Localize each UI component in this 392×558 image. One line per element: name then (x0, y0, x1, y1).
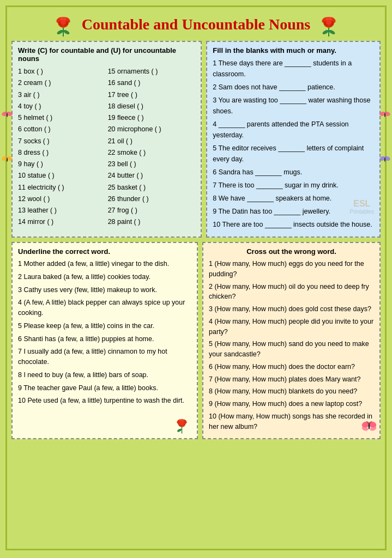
list-item: 21 oil ( ) (108, 136, 196, 147)
list-item: 5 helmet ( ) (18, 112, 106, 124)
sentence: 10 There are too _______ insects outside… (213, 219, 374, 230)
svg-point-8 (56, 29, 63, 35)
svg-point-18 (322, 29, 329, 35)
butterfly-right-icon (379, 109, 391, 121)
svg-point-42 (384, 113, 385, 117)
sentence: 4 (How many, How much) people did you in… (209, 317, 374, 337)
sentence: 1 Mother added (a few, a little) vinegar… (18, 259, 191, 269)
list-item: 20 microphone ( ) (108, 124, 196, 135)
side-deco-left (1, 109, 13, 166)
bottom-sections: Underline the correct word. 1 Mother add… (11, 242, 381, 439)
list-item: 7 socks ( ) (18, 136, 106, 147)
section2-instruction: Fill in the blanks with much or many. (213, 46, 374, 54)
section1-list: 1 box ( ) 2 cream ( ) 3 air ( ) 4 toy ( … (18, 66, 195, 228)
sentence: 9 (How many, How much) does a new laptop… (209, 399, 374, 409)
list-item: 22 smoke ( ) (108, 147, 196, 159)
section4-sentences: 1 (How many, How much) eggs do you need … (209, 259, 374, 432)
svg-point-26 (177, 428, 182, 433)
list-item: 6 cotton ( ) (18, 124, 106, 135)
sentence: 6 Sandra has _______ mugs. (213, 167, 374, 178)
list-item: 26 thunder ( ) (108, 193, 196, 205)
svg-point-9 (63, 29, 70, 35)
sentence: 1 These days there are _______ students … (213, 58, 374, 80)
sentence: 3 You are wasting too _______ water wash… (213, 95, 374, 117)
sentence: 2 Sam does not have _______ patience. (213, 82, 374, 93)
svg-point-31 (369, 423, 370, 429)
butterfly-left-icon (1, 109, 13, 121)
list-item: 2 cream ( ) (18, 77, 106, 89)
sentence: 3 Cathy uses very (few, little) makeup t… (18, 285, 191, 295)
sentence: 6 Shanti has (a few, a little) puppies a… (18, 334, 191, 344)
sentence: 9 The teacher gave Paul (a few, a little… (18, 383, 191, 393)
butterfly-left-icon2 (1, 154, 13, 166)
sentence: 6 (How many, How much) does the doctor e… (209, 362, 374, 372)
section1-col1: 1 box ( ) 2 cream ( ) 3 air ( ) 4 toy ( … (18, 66, 106, 228)
sentence: 7 I usually add (a few, a little) cinnam… (18, 347, 191, 367)
list-item: 10 statue ( ) (18, 170, 106, 181)
list-item: 18 diesel ( ) (108, 101, 196, 112)
section4-instruction: Cross out the wrong word. (209, 247, 374, 256)
page: Countable and Uncountable Nouns Write (C… (5, 5, 387, 550)
svg-point-36 (7, 113, 8, 117)
svg-point-24 (180, 421, 184, 425)
sentence: 1 (How many, How much) eggs do you need … (209, 259, 374, 280)
section-countable: Write (C) for countable and (U) for unco… (11, 41, 202, 238)
list-item: 4 toy ( ) (18, 101, 106, 112)
section-underline: Underline the correct word. 1 Mother add… (11, 242, 198, 439)
sentence: 8 I need to buy (a few, a little) bars o… (18, 370, 191, 380)
list-item: 24 butter ( ) (108, 170, 196, 181)
list-item: 17 tree ( ) (108, 89, 196, 101)
list-item: 11 electricity ( ) (18, 182, 106, 193)
watermark: ESL Printables (350, 199, 374, 215)
butterfly-deco (361, 418, 377, 436)
page-title: Countable and Uncountable Nouns (82, 16, 310, 33)
list-item: 14 mirror ( ) (18, 216, 106, 228)
rose-left-icon (50, 11, 76, 38)
side-deco-right (379, 109, 391, 166)
sentence: 5 (How many, How much) sand do you need … (209, 339, 374, 360)
sentence: 4 _______ parents attended the PTA sessi… (213, 119, 374, 141)
list-item: 1 box ( ) (18, 66, 106, 77)
svg-point-39 (7, 157, 8, 162)
list-item: 16 sand ( ) (108, 77, 196, 89)
list-item: 9 hay ( ) (18, 159, 106, 170)
svg-point-6 (61, 20, 66, 25)
list-item: 12 wool ( ) (18, 193, 106, 205)
rose-right-icon (316, 11, 342, 38)
list-item: 27 frog ( ) (108, 205, 196, 216)
sentence: 5 Please keep (a few, a little) coins in… (18, 321, 191, 331)
sentence: 7 (How many, How much) plates does Mary … (209, 374, 374, 385)
list-item: 15 ornaments ( ) (108, 66, 196, 77)
list-item: 28 paint ( ) (108, 216, 196, 228)
section3-instruction: Underline the correct word. (18, 247, 191, 256)
list-item: 23 bell ( ) (108, 159, 196, 170)
sentence: 5 The editor receives _______ letters of… (213, 143, 374, 165)
list-item: 19 fleece ( ) (108, 112, 196, 124)
butterfly-right-icon2 (379, 154, 391, 166)
sentence: 3 (How many, How much) does gold cost th… (209, 304, 374, 314)
section3-sentences: 1 Mother added (a few, a little) vinegar… (18, 259, 191, 406)
section1-col2: 15 ornaments ( ) 16 sand ( ) 17 tree ( )… (108, 66, 196, 228)
list-item: 25 basket ( ) (108, 182, 196, 193)
list-item: 3 air ( ) (18, 89, 106, 101)
section1-instruction: Write (C) for countable and (U) for unco… (18, 46, 195, 63)
sentence: 2 (How many, How much) oil do you need t… (209, 282, 374, 302)
sentence: 8 (How many, How much) blankets do you n… (209, 386, 374, 397)
svg-point-16 (326, 20, 331, 25)
list-item: 8 dress ( ) (18, 147, 106, 159)
rose-bottom-deco (172, 415, 191, 436)
svg-point-45 (384, 157, 385, 162)
section-fill-blank: Fill in the blanks with much or many. 1 … (206, 41, 381, 238)
sentence: 2 Laura baked (a few, a little) cookies … (18, 272, 191, 282)
section-crossout: Cross out the wrong word. 1 (How many, H… (202, 242, 381, 439)
list-item: 13 leather ( ) (18, 205, 106, 216)
svg-point-19 (328, 29, 335, 35)
sentence: 4 (A few, A little) black pepper can alw… (18, 298, 191, 318)
sentence: 10 (How many, How much) songs has she re… (209, 411, 374, 432)
sentence: 10 Pete used (a few, a little) turpentin… (18, 396, 191, 406)
sentence: 7 There is too _______ sugar in my drink… (213, 180, 374, 191)
